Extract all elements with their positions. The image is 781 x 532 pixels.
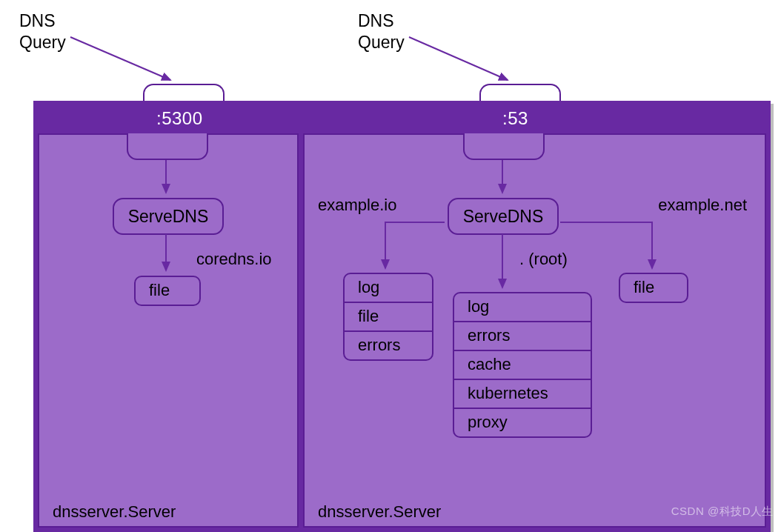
domain-label-coredns: coredns.io — [196, 250, 272, 269]
plugin-file: file — [136, 277, 199, 305]
panel-server-53: example.io example.net ServeDNS . (root)… — [303, 133, 766, 528]
dns-query-label-right: DNS Query — [358, 10, 405, 53]
plugin-stack-examplenet: file — [619, 273, 688, 303]
entry-pill-53 — [463, 133, 545, 160]
dns-query-label-left: DNS Query — [19, 10, 66, 53]
plugin-log: log — [345, 274, 432, 303]
arrow-query-5300 — [70, 37, 170, 80]
domain-label-exampleio: example.io — [318, 196, 396, 215]
entry-pill-5300 — [127, 133, 208, 160]
domain-label-root: . (root) — [519, 250, 568, 269]
server-caption-right: dnsserver.Server — [318, 502, 441, 522]
coredns-frame: :5300 :53 ServeDNS coredns.io file dnsse… — [33, 101, 771, 532]
plugin-errors: errors — [345, 332, 432, 359]
server-caption-left: dnsserver.Server — [53, 502, 176, 522]
watermark: CSDN @科技D人生 — [671, 505, 774, 519]
plugin-stack-exampleio: log file errors — [343, 273, 433, 361]
servedns-box-right: ServeDNS — [448, 198, 559, 235]
plugin-stack-root: log errors cache kubernetes proxy — [453, 292, 592, 438]
domain-label-examplenet: example.net — [658, 196, 747, 215]
port-label-53: :53 — [502, 108, 528, 129]
panel-server-5300: ServeDNS coredns.io file dnsserver.Serve… — [38, 133, 299, 528]
plugin-stack-coredns: file — [134, 276, 201, 306]
plugin-log: log — [454, 293, 591, 322]
plugin-errors: errors — [454, 322, 591, 351]
plugin-file: file — [620, 274, 687, 302]
plugin-proxy: proxy — [454, 409, 591, 436]
port-label-5300: :5300 — [156, 108, 203, 129]
arrow-query-53 — [409, 37, 508, 80]
servedns-box-left: ServeDNS — [113, 198, 224, 235]
plugin-file: file — [345, 303, 432, 332]
plugin-cache: cache — [454, 351, 591, 380]
plugin-kubernetes: kubernetes — [454, 380, 591, 409]
